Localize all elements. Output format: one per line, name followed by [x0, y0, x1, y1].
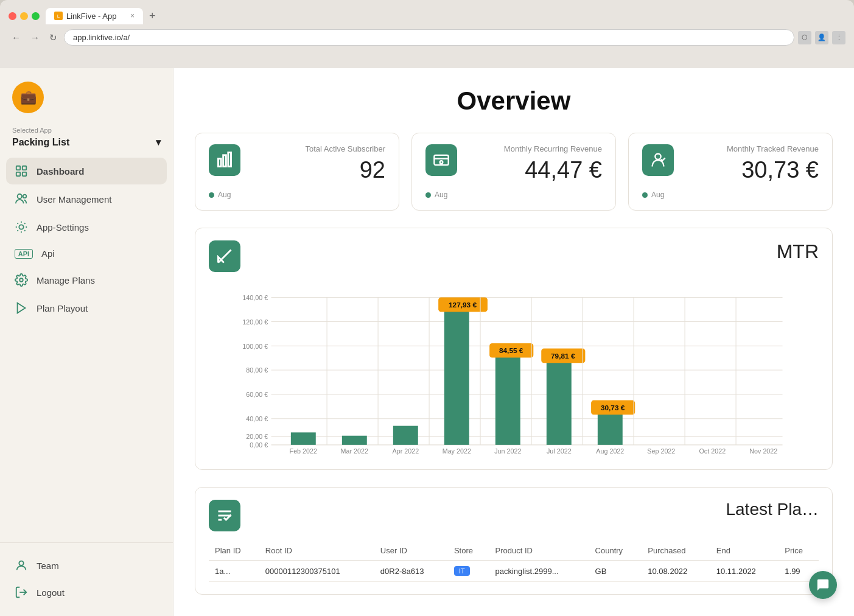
tab-close-button[interactable]: ×	[130, 12, 135, 20]
bar-may	[444, 310, 469, 445]
stat-label: Total Active Subscriber	[250, 144, 385, 153]
app-selector-dropdown[interactable]: Packing List ▾	[12, 136, 161, 148]
app-window: 💼 Selected App Packing List ▾ Dashboard	[0, 68, 854, 616]
sidebar-item-logout[interactable]: Logout	[6, 579, 167, 605]
person-icon	[15, 559, 28, 572]
sidebar-item-label: Manage Plans	[37, 275, 95, 285]
active-tab[interactable]: L LinkFive - App ×	[46, 8, 143, 24]
sidebar-item-label: User Management	[37, 194, 111, 205]
stat-period-dot	[209, 192, 214, 198]
svg-text:Oct 2022: Oct 2022	[699, 447, 726, 455]
chat-bubble-button[interactable]	[809, 571, 837, 599]
stat-footer: Aug	[642, 191, 819, 199]
svg-text:Jun 2022: Jun 2022	[494, 447, 521, 455]
stat-icon-box	[425, 144, 457, 176]
selected-app-label: Selected App	[12, 127, 161, 134]
mtr-chart: 140,00 € 120,00 € 100,00 € 80,00 € 60,00…	[209, 284, 819, 455]
col-country: Country	[589, 541, 642, 561]
list-check-icon	[216, 507, 233, 524]
stat-icon-box	[642, 144, 674, 176]
profile-icon[interactable]: 👤	[815, 31, 828, 44]
svg-text:Nov 2022: Nov 2022	[749, 447, 777, 455]
svg-rect-2	[16, 172, 20, 176]
col-end: End	[710, 541, 779, 561]
svg-text:Mar 2022: Mar 2022	[341, 447, 368, 455]
sidebar-item-api[interactable]: API Api	[6, 242, 167, 265]
sidebar-item-label: Api	[41, 248, 55, 259]
dot-close[interactable]	[9, 12, 16, 20]
store-badge: IT	[454, 566, 470, 576]
main-content: Overview Total Active Subscriber 92	[173, 68, 854, 616]
dot-minimize[interactable]	[20, 12, 28, 20]
bar-feb	[291, 432, 316, 444]
col-user-id: User ID	[374, 541, 448, 561]
sidebar-item-team[interactable]: Team	[6, 553, 167, 578]
sidebar-item-label: Plan Playout	[37, 303, 88, 313]
app-selector-section: Selected App Packing List ▾	[0, 123, 173, 158]
back-button[interactable]: ←	[9, 31, 24, 44]
sidebar-item-manage-plans[interactable]: Manage Plans	[6, 267, 167, 293]
team-label: Team	[37, 561, 59, 571]
svg-text:0,00 €: 0,00 €	[250, 441, 268, 449]
browser-nav-icons: ⬡ 👤 ⋮	[798, 31, 845, 44]
extensions-icon[interactable]: ⬡	[798, 31, 811, 44]
latest-plans-table: Plan ID Root ID User ID Store Product ID…	[209, 541, 819, 582]
col-root-id: Root ID	[259, 541, 374, 561]
dashboard-icon	[15, 164, 28, 178]
svg-point-9	[19, 561, 23, 565]
svg-point-5	[23, 195, 27, 198]
stat-period: Aug	[651, 191, 664, 199]
sidebar-item-dashboard[interactable]: Dashboard	[6, 158, 167, 184]
logout-label: Logout	[37, 587, 65, 598]
svg-point-4	[18, 194, 22, 198]
api-badge-icon: API	[15, 249, 33, 259]
svg-rect-13	[228, 152, 231, 166]
sidebar-item-plan-playout[interactable]: Plan Playout	[6, 295, 167, 321]
svg-text:84,55 €: 84,55 €	[499, 346, 523, 355]
forward-button[interactable]: →	[27, 31, 43, 44]
svg-point-7	[19, 278, 23, 282]
sidebar-item-app-settings[interactable]: App-Settings	[6, 214, 167, 240]
dot-maximize[interactable]	[32, 12, 40, 20]
sidebar-item-user-management[interactable]: User Management	[6, 186, 167, 212]
new-tab-button[interactable]: +	[144, 10, 161, 23]
stat-info: Monthly Recurring Revenue 44,47 €	[467, 144, 602, 183]
svg-text:79,81 €: 79,81 €	[551, 352, 575, 360]
stat-period-dot	[425, 192, 431, 198]
svg-text:60,00 €: 60,00 €	[246, 391, 268, 398]
svg-rect-3	[23, 172, 26, 176]
cell-user-id: d0R2-8a613	[374, 561, 448, 582]
col-purchased: Purchased	[642, 541, 710, 561]
stat-footer: Aug	[209, 191, 385, 199]
stat-cards: Total Active Subscriber 92 Aug	[195, 133, 833, 211]
page-title: Overview	[195, 86, 833, 116]
svg-text:40,00 €: 40,00 €	[246, 415, 268, 422]
sidebar-item-label: Dashboard	[37, 166, 84, 177]
address-bar[interactable]: app.linkfive.io/a/	[64, 29, 794, 46]
stat-info: Total Active Subscriber 92	[250, 144, 385, 183]
col-plan-id: Plan ID	[209, 541, 259, 561]
browser-tabs: L LinkFive - App × +	[46, 8, 845, 24]
menu-icon[interactable]: ⋮	[832, 31, 845, 44]
chart-icon-box	[209, 240, 240, 272]
svg-text:140,00 €: 140,00 €	[242, 294, 268, 301]
refresh-button[interactable]: ↻	[46, 31, 60, 44]
users-icon	[15, 192, 28, 206]
svg-text:100,00 €: 100,00 €	[242, 343, 268, 350]
cell-root-id: 00000112300375101	[259, 561, 374, 582]
svg-marker-8	[18, 303, 26, 313]
cell-plan-id: 1a...	[209, 561, 259, 582]
svg-rect-0	[16, 166, 20, 170]
svg-text:80,00 €: 80,00 €	[246, 366, 268, 374]
stat-label: Monthly Recurring Revenue	[467, 144, 602, 153]
svg-text:Jul 2022: Jul 2022	[547, 447, 572, 455]
sidebar-bottom: Team Logout	[0, 542, 173, 616]
svg-text:Aug 2022: Aug 2022	[596, 447, 624, 455]
stat-footer: Aug	[425, 191, 602, 199]
svg-text:120,00 €: 120,00 €	[242, 318, 268, 326]
cell-country: GB	[589, 561, 642, 582]
cell-purchased: 10.08.2022	[642, 561, 710, 582]
stat-card-header: Monthly Recurring Revenue 44,47 €	[425, 144, 602, 183]
arrow-down-left-icon	[216, 248, 233, 265]
table-header: Plan ID Root ID User ID Store Product ID…	[209, 541, 819, 561]
